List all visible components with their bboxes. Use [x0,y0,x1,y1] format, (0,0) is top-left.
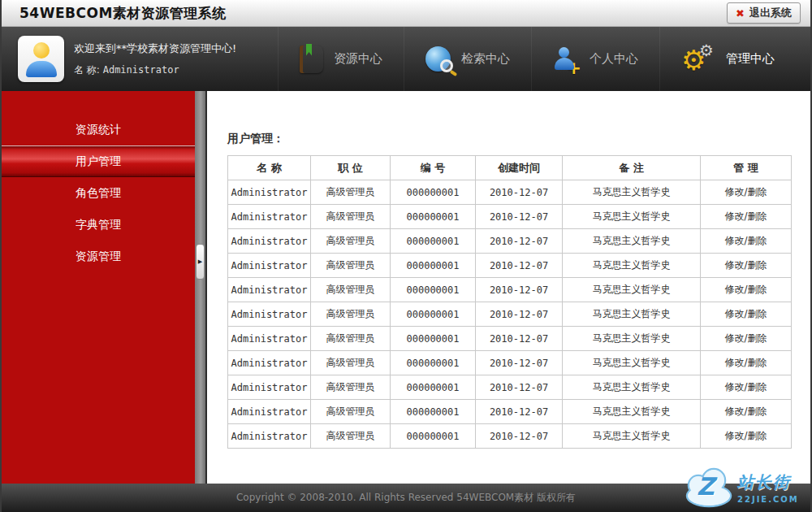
exit-x-icon: ✖ [736,8,745,19]
modify-delete-link[interactable]: 修改/删除 [701,254,792,278]
modify-delete-link[interactable]: 修改/删除 [701,205,792,229]
sidebar-item-role-management[interactable]: 角色管理 [2,177,195,209]
column-header: 管 理 [701,156,792,180]
table-row: Administrator高级管理员0000000012010-12-07马克思… [228,351,792,375]
table-cell: Administrator [228,180,311,205]
table-cell: 000000001 [391,400,476,424]
table-cell: 000000001 [391,205,476,229]
nav-item-resource-center[interactable]: 资源中心 [278,27,404,91]
table-cell: 2010-12-07 [476,254,563,278]
table-row: Administrator高级管理员0000000012010-12-07马克思… [228,375,792,400]
column-header: 名 称 [228,156,311,180]
sidebar-item-dictionary-management[interactable]: 字典管理 [2,209,195,241]
title-bar: 54WEBCOM素材资源管理系统 ✖ 退出系统 [2,0,810,27]
table-cell: 2010-12-07 [476,278,563,302]
welcome-block: 欢迎来到**学校素材资源管理中心! 名 称: Administrator [74,41,236,77]
table-cell: Administrator [228,424,311,449]
table-cell: 000000001 [391,180,476,205]
plus-icon: + [567,59,581,77]
table-cell: 000000001 [391,424,476,449]
table-cell: 000000001 [391,327,476,351]
modify-delete-link[interactable]: 修改/删除 [701,400,792,424]
table-cell: 000000001 [391,229,476,254]
gear-small-icon: ⚙ [699,42,714,59]
table-cell: 2010-12-07 [476,351,563,375]
nav-item-management-center[interactable]: ⚙ ⚙ 管理中心 [659,27,796,91]
nav-label: 资源中心 [334,51,382,67]
table-row: Administrator高级管理员0000000012010-12-07马克思… [228,254,792,278]
table-cell: 高级管理员 [311,424,391,449]
table-cell: 马克思主义哲学史 [563,302,701,327]
nav-label: 管理中心 [726,51,775,67]
header-bar: 欢迎来到**学校素材资源管理中心! 名 称: Administrator 资源中… [2,27,810,91]
table-cell: 马克思主义哲学史 [563,400,701,424]
nav-label: 检索中心 [461,51,510,67]
table-cell: 2010-12-07 [476,327,563,351]
sidebar-collapse-button[interactable]: ▶ [196,244,205,280]
sidebar: 资源统计 用户管理 角色管理 字典管理 资源管理 [2,91,195,484]
app-window: 54WEBCOM素材资源管理系统 ✖ 退出系统 欢迎来到**学校素材资源管理中心… [0,0,812,512]
table-row: Administrator高级管理员0000000012010-12-07马克思… [228,229,792,254]
section-title: 用户管理： [227,132,810,146]
table-cell: 2010-12-07 [476,229,563,254]
modify-delete-link[interactable]: 修改/删除 [701,351,792,375]
table-cell: Administrator [228,254,311,278]
modify-delete-link[interactable]: 修改/删除 [701,278,792,302]
table-row: Administrator高级管理员0000000012010-12-07马克思… [228,400,792,424]
table-cell: 高级管理员 [311,180,391,205]
table-cell: 高级管理员 [311,278,391,302]
sidebar-item-resource-stats[interactable]: 资源统计 [2,114,195,145]
table-cell: 2010-12-07 [476,424,563,449]
column-header: 创建时间 [476,156,563,180]
modify-delete-link[interactable]: 修改/删除 [701,375,792,400]
table-header-row: 名 称职 位编 号创建时间备 注管 理 [228,156,792,180]
table-cell: 马克思主义哲学史 [563,327,701,351]
table-cell: 高级管理员 [311,205,391,229]
welcome-message: 欢迎来到**学校素材资源管理中心! [74,41,236,56]
exit-system-button[interactable]: ✖ 退出系统 [727,2,801,24]
table-cell: 2010-12-07 [476,400,563,424]
table-cell: Administrator [228,400,311,424]
table-row: Administrator高级管理员0000000012010-12-07马克思… [228,278,792,302]
table-cell: 马克思主义哲学史 [563,229,701,254]
table-cell: 高级管理员 [311,229,391,254]
modify-delete-link[interactable]: 修改/删除 [701,302,792,327]
table-cell: 马克思主义哲学史 [563,254,701,278]
table-cell: 马克思主义哲学史 [563,278,701,302]
table-cell: 2010-12-07 [476,302,563,327]
nav-item-search-center[interactable]: 检索中心 [404,27,531,91]
table-row: Administrator高级管理员0000000012010-12-07马克思… [228,424,792,449]
table-cell: 2010-12-07 [476,375,563,400]
sidebar-item-resource-management[interactable]: 资源管理 [2,241,195,272]
modify-delete-link[interactable]: 修改/删除 [701,424,792,449]
sidebar-splitter: ▶ [195,91,207,484]
nav-label: 个人中心 [590,51,638,67]
table-cell: 000000001 [391,254,476,278]
table-cell: 马克思主义哲学史 [563,205,701,229]
sidebar-item-user-management[interactable]: 用户管理 [2,145,195,177]
table-cell: 马克思主义哲学史 [563,351,701,375]
modify-delete-link[interactable]: 修改/删除 [701,229,792,254]
globe-search-icon [425,46,451,72]
table-cell: 马克思主义哲学史 [563,424,701,449]
table-cell: 000000001 [391,375,476,400]
table-cell: 高级管理员 [311,400,391,424]
main-content: 用户管理： 名 称职 位编 号创建时间备 注管 理 Administrator高… [207,91,810,484]
modify-delete-link[interactable]: 修改/删除 [701,327,792,351]
body-region: 资源统计 用户管理 角色管理 字典管理 资源管理 ▶ 用户管理： 名 称职 位编… [2,91,810,484]
table-cell: 高级管理员 [311,375,391,400]
table-cell: 高级管理员 [311,254,391,278]
table-cell: 马克思主义哲学史 [563,180,701,205]
avatar-body-icon [26,61,57,77]
table-cell: 2010-12-07 [476,205,563,229]
table-cell: 2010-12-07 [476,180,563,205]
app-title: 54WEBCOM素材资源管理系统 [19,4,227,23]
table-row: Administrator高级管理员0000000012010-12-07马克思… [228,302,792,327]
nav-item-personal-center[interactable]: + 个人中心 [531,27,659,91]
user-name-line: 名 称: Administrator [74,63,236,77]
table-cell: 000000001 [391,351,476,375]
modify-delete-link[interactable]: 修改/删除 [701,180,792,205]
footer-bar: Copyright © 2008-2010. All Rights Reserv… [2,484,810,512]
table-cell: 000000001 [391,278,476,302]
avatar-head-icon [33,42,50,59]
